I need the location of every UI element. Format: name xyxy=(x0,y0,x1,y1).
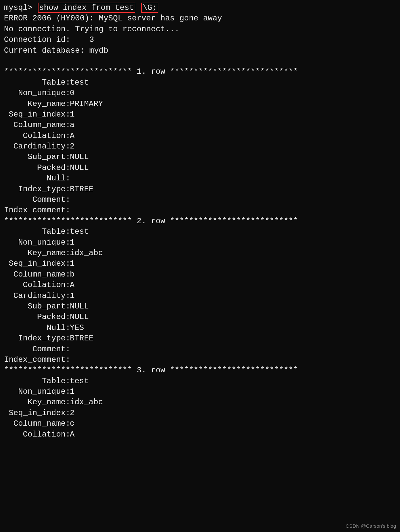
field-label: Table: xyxy=(4,376,70,386)
field-label: Seq_in_index: xyxy=(4,408,70,418)
field-value: BTREE xyxy=(70,184,93,195)
field-value: BTREE xyxy=(70,333,93,344)
row-separator: *************************** 1. row *****… xyxy=(4,66,396,77)
field-value: test xyxy=(70,226,89,237)
field-value: a xyxy=(70,120,74,130)
field-label: Table: xyxy=(4,77,70,88)
field-row: Table: test xyxy=(4,226,396,237)
field-row: Collation: A xyxy=(4,280,396,290)
field-value: 1 xyxy=(70,291,74,301)
field-value: 2 xyxy=(70,408,74,418)
field-row: Non_unique: 0 xyxy=(4,88,396,98)
field-row: Key_name: idx_abc xyxy=(4,248,396,258)
field-label: Collation: xyxy=(4,429,70,440)
current-database-label: Current database: xyxy=(4,46,89,55)
field-row: Null: YES xyxy=(4,323,396,333)
field-row: Index_comment: xyxy=(4,355,396,365)
field-label: Non_unique: xyxy=(4,88,70,98)
field-label: Seq_in_index: xyxy=(4,258,70,269)
field-row: Column_name: b xyxy=(4,269,396,280)
field-value: 0 xyxy=(70,88,74,98)
field-label: Sub_part: xyxy=(4,152,70,162)
field-row: Packed: NULL xyxy=(4,312,396,322)
field-label: Packed: xyxy=(4,312,70,322)
field-value: test xyxy=(70,77,89,88)
field-label: Packed: xyxy=(4,163,70,173)
field-label: Cardinality: xyxy=(4,291,70,301)
field-value: PRIMARY xyxy=(70,99,103,109)
field-label: Key_name: xyxy=(4,397,70,408)
rows-container: *************************** 1. row *****… xyxy=(4,66,396,440)
field-row: Comment: xyxy=(4,344,396,355)
field-value: NULL xyxy=(70,152,89,162)
field-label: Column_name: xyxy=(4,269,70,280)
field-row: Key_name: PRIMARY xyxy=(4,99,396,109)
command-part-2-highlight: \G; xyxy=(141,3,158,13)
field-label: Non_unique: xyxy=(4,386,70,397)
field-value: A xyxy=(70,131,74,141)
field-row: Column_name: c xyxy=(4,418,396,429)
field-label: Comment: xyxy=(4,195,70,205)
row-separator: *************************** 2. row *****… xyxy=(4,216,396,226)
field-row: Index_type: BTREE xyxy=(4,333,396,344)
field-label: Null: xyxy=(4,173,70,184)
row-separator: *************************** 3. row *****… xyxy=(4,365,396,376)
field-row: Sub_part: NULL xyxy=(4,301,396,312)
field-label: Null: xyxy=(4,323,70,333)
field-row: Non_unique: 1 xyxy=(4,386,396,397)
field-value: YES xyxy=(70,323,84,333)
field-row: Seq_in_index: 2 xyxy=(4,408,396,418)
current-database-line: Current database: mydb xyxy=(4,45,396,56)
field-row: Collation: A xyxy=(4,429,396,440)
field-value: A xyxy=(70,429,74,440)
field-row: Sub_part: NULL xyxy=(4,152,396,162)
mysql-prompt: mysql> xyxy=(4,3,32,12)
field-value: 1 xyxy=(70,258,74,269)
field-label: Non_unique: xyxy=(4,237,70,248)
field-row: Collation: A xyxy=(4,131,396,141)
field-value: 2 xyxy=(70,141,74,152)
field-label: Index_comment: xyxy=(4,205,70,216)
command-line[interactable]: mysql> show index from test \G; xyxy=(4,3,396,13)
field-row: Table: test xyxy=(4,77,396,88)
field-label: Seq_in_index: xyxy=(4,109,70,120)
field-row: Non_unique: 1 xyxy=(4,237,396,248)
error-line: ERROR 2006 (HY000): MySQL server has gon… xyxy=(4,13,396,24)
field-row: Comment: xyxy=(4,195,396,205)
field-label: Index_type: xyxy=(4,333,70,344)
field-value: NULL xyxy=(70,301,89,312)
blank-line xyxy=(4,56,396,66)
field-row: Table: test xyxy=(4,376,396,386)
field-row: Column_name: a xyxy=(4,120,396,130)
connection-id-line: Connection id: 3 xyxy=(4,35,396,45)
field-label: Column_name: xyxy=(4,120,70,130)
field-label: Key_name: xyxy=(4,99,70,109)
command-part-1: show index from test xyxy=(39,3,134,12)
field-value: NULL xyxy=(70,163,89,173)
connection-id-value: 3 xyxy=(89,35,94,44)
field-label: Index_type: xyxy=(4,184,70,195)
field-value: 1 xyxy=(70,109,74,120)
field-row: Cardinality: 2 xyxy=(4,141,396,152)
field-row: Cardinality: 1 xyxy=(4,291,396,301)
field-row: Key_name: idx_abc xyxy=(4,397,396,408)
field-row: Seq_in_index: 1 xyxy=(4,109,396,120)
field-label: Comment: xyxy=(4,344,70,355)
connection-id-label: Connection id: xyxy=(4,35,89,44)
field-label: Collation: xyxy=(4,131,70,141)
field-label: Index_comment: xyxy=(4,355,70,365)
field-value: idx_abc xyxy=(70,397,103,408)
field-value: c xyxy=(70,418,74,429)
field-row: Null: xyxy=(4,173,396,184)
field-value: A xyxy=(70,280,74,290)
command-part-1-highlight: show index from test xyxy=(38,3,135,13)
field-value: idx_abc xyxy=(70,248,103,258)
field-label: Column_name: xyxy=(4,418,70,429)
reconnect-line: No connection. Trying to reconnect... xyxy=(4,24,396,35)
field-label: Sub_part: xyxy=(4,301,70,312)
field-value: 1 xyxy=(70,386,74,397)
field-value: b xyxy=(70,269,74,280)
command-part-2: \G; xyxy=(143,3,157,12)
field-label: Table: xyxy=(4,226,70,237)
field-label: Collation: xyxy=(4,280,70,290)
